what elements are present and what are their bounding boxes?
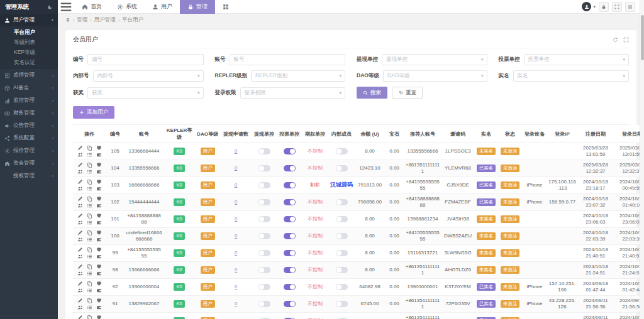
sidebar-item-monitor[interactable]: 监控管理› bbox=[0, 94, 58, 107]
wallet-icon[interactable] bbox=[96, 169, 102, 175]
favorite-icon[interactable] bbox=[96, 298, 102, 303]
orders-icon[interactable] bbox=[87, 271, 92, 276]
wallet-icon[interactable] bbox=[96, 288, 102, 293]
withdraw-requests-link[interactable]: 0 bbox=[235, 301, 237, 306]
select-internal-no[interactable]: 内部号▾ bbox=[93, 70, 204, 82]
fullscreen-button[interactable] bbox=[612, 2, 622, 12]
option-control-value[interactable]: 不控制 bbox=[308, 199, 323, 205]
withdraw-control-toggle[interactable] bbox=[258, 165, 270, 171]
select-award[interactable]: 获奖▾ bbox=[87, 87, 204, 99]
vote-control-toggle[interactable] bbox=[284, 284, 296, 290]
option-control-value[interactable]: 不控制 bbox=[308, 301, 323, 306]
nav-item-system[interactable]: 系统 bbox=[109, 0, 145, 14]
team-icon[interactable] bbox=[77, 288, 83, 293]
withdraw-requests-link[interactable]: 0 bbox=[235, 284, 237, 289]
orders-icon[interactable] bbox=[87, 152, 92, 158]
sidebar-item-finance[interactable]: 财务管理› bbox=[0, 107, 58, 119]
select-vote-ctrl[interactable]: 投票单控▾ bbox=[524, 54, 630, 65]
select-login-perm[interactable]: 登录权限▾ bbox=[240, 87, 346, 99]
reset-button[interactable]: 重置 bbox=[392, 87, 423, 99]
edit-icon[interactable] bbox=[77, 196, 83, 202]
favorite-icon[interactable] bbox=[96, 281, 102, 286]
copy-icon[interactable] bbox=[87, 179, 92, 185]
sidebar-item-quote[interactable]: 报价管理› bbox=[0, 144, 58, 157]
copy-icon[interactable] bbox=[87, 281, 92, 286]
option-control-value[interactable]: 不控制 bbox=[308, 148, 323, 154]
refresh-icon[interactable] bbox=[613, 37, 618, 43]
team-icon[interactable] bbox=[77, 203, 83, 208]
favorite-icon[interactable] bbox=[96, 196, 102, 202]
option-control-value[interactable]: 不控制 bbox=[308, 250, 323, 256]
sidebar-item-notice[interactable]: 公告管理› bbox=[0, 119, 58, 132]
select-repler-level[interactable]: REPLER级别▾ bbox=[251, 70, 345, 82]
favorite-icon[interactable] bbox=[96, 230, 102, 235]
breadcrumb-platform-users[interactable]: 平台用户 bbox=[122, 16, 143, 24]
edit-icon[interactable] bbox=[77, 315, 83, 319]
breadcrumb-user-management[interactable]: 用户管理 bbox=[94, 16, 116, 24]
copy-icon[interactable] bbox=[87, 162, 92, 168]
option-control-value[interactable]: 不控制 bbox=[308, 284, 323, 289]
hamburger-icon[interactable] bbox=[58, 0, 74, 14]
withdraw-control-toggle[interactable] bbox=[258, 250, 270, 256]
sidebar-subitem-level-list[interactable]: 等级列表 bbox=[0, 38, 58, 48]
internal-member-toggle[interactable] bbox=[336, 165, 348, 171]
sidebar-subitem-realname-auth[interactable]: 实名认证 bbox=[0, 58, 58, 68]
withdraw-control-toggle[interactable] bbox=[258, 284, 270, 290]
edit-icon[interactable] bbox=[77, 179, 83, 185]
edit-icon[interactable] bbox=[77, 145, 83, 151]
withdraw-requests-link[interactable]: 0 bbox=[235, 216, 237, 222]
edit-icon[interactable] bbox=[77, 264, 83, 269]
option-control-value[interactable]: 不控制 bbox=[308, 165, 323, 171]
orders-icon[interactable] bbox=[87, 186, 92, 192]
vote-control-toggle[interactable] bbox=[284, 301, 296, 307]
favorite-icon[interactable] bbox=[96, 247, 102, 252]
internal-member-toggle[interactable] bbox=[336, 148, 348, 154]
expand-icon[interactable] bbox=[623, 37, 629, 43]
wallet-icon[interactable] bbox=[96, 271, 102, 276]
internal-member-toggle[interactable] bbox=[336, 233, 348, 239]
wallet-icon[interactable] bbox=[96, 305, 102, 310]
favorite-icon[interactable] bbox=[96, 145, 102, 151]
edit-icon[interactable] bbox=[77, 281, 83, 286]
withdraw-control-toggle[interactable] bbox=[258, 267, 270, 273]
withdraw-requests-link[interactable]: 0 bbox=[235, 250, 237, 256]
option-control-value[interactable]: 不控制 bbox=[308, 216, 323, 222]
option-control-value[interactable]: 割韭 bbox=[310, 182, 320, 188]
sidebar-item-users[interactable]: 用户管理▾ bbox=[0, 14, 58, 26]
vote-control-toggle[interactable] bbox=[284, 199, 296, 205]
sidebar-item-ai-fund[interactable]: AI基金› bbox=[0, 82, 58, 94]
withdraw-control-toggle[interactable] bbox=[258, 301, 270, 307]
copy-icon[interactable] bbox=[87, 196, 92, 202]
copy-icon[interactable] bbox=[87, 264, 92, 269]
withdraw-requests-link[interactable]: 0 bbox=[235, 267, 237, 273]
input-id[interactable]: 编号 bbox=[87, 54, 204, 65]
orders-icon[interactable] bbox=[87, 305, 92, 310]
copy-icon[interactable] bbox=[87, 298, 92, 303]
favorite-icon[interactable] bbox=[96, 264, 102, 269]
select-dao-level[interactable]: DAO等级▾ bbox=[383, 70, 487, 82]
vote-control-toggle[interactable] bbox=[284, 216, 296, 222]
favorite-icon[interactable] bbox=[96, 315, 102, 319]
withdraw-control-toggle[interactable] bbox=[258, 199, 270, 205]
option-control-value[interactable]: 不控制 bbox=[308, 233, 323, 239]
internal-member-toggle[interactable] bbox=[336, 301, 348, 307]
wallet-icon[interactable] bbox=[96, 237, 102, 242]
team-icon[interactable] bbox=[77, 169, 83, 175]
sidebar-item-system-config[interactable]: 系统配置› bbox=[0, 132, 58, 144]
wallet-icon[interactable] bbox=[96, 254, 102, 259]
copy-icon[interactable] bbox=[87, 230, 92, 235]
team-icon[interactable] bbox=[77, 237, 83, 242]
withdraw-requests-link[interactable]: 0 bbox=[235, 182, 237, 188]
withdraw-requests-link[interactable]: 0 bbox=[235, 165, 237, 171]
withdraw-control-toggle[interactable] bbox=[258, 233, 270, 239]
orders-icon[interactable] bbox=[87, 203, 92, 208]
copy-icon[interactable] bbox=[87, 247, 92, 252]
add-user-button[interactable]: 添加用户 bbox=[73, 106, 114, 119]
nav-item-apps[interactable] bbox=[215, 0, 236, 14]
vote-control-toggle[interactable] bbox=[284, 267, 296, 273]
orders-icon[interactable] bbox=[87, 169, 92, 175]
wallet-icon[interactable] bbox=[96, 220, 102, 225]
search-button[interactable]: 搜索 bbox=[357, 87, 387, 99]
copy-icon[interactable] bbox=[87, 213, 92, 219]
favorite-icon[interactable] bbox=[96, 179, 102, 185]
